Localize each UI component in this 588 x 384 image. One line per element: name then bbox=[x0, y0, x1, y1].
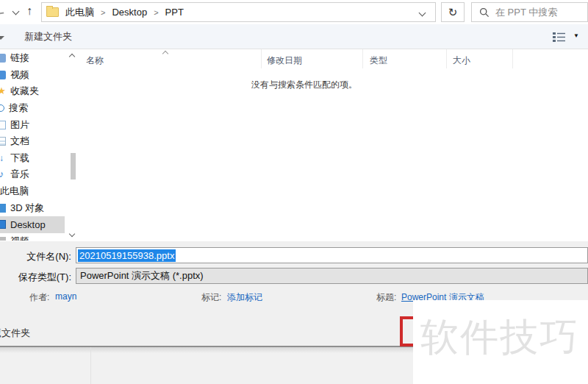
search-input[interactable]: 在 PPT 中搜索 bbox=[495, 6, 557, 19]
author-value[interactable]: mayn bbox=[55, 291, 76, 302]
refresh-button[interactable]: ↻ bbox=[441, 2, 465, 22]
sidebar-item-label: 此电脑 bbox=[0, 185, 29, 198]
sidebar-item-label: 搜索 bbox=[9, 102, 28, 115]
sidebar-item-label: 链接 bbox=[10, 51, 29, 65]
save-type-dropdown[interactable]: PowerPoint 演示文稿 (*.pptx) bbox=[76, 268, 588, 284]
column-header-type[interactable]: 类型 bbox=[370, 54, 387, 67]
view-options-icon[interactable] bbox=[553, 32, 565, 45]
column-divider bbox=[446, 49, 447, 68]
sidebar-item-label: 视频 bbox=[10, 68, 29, 82]
document-icon bbox=[0, 137, 6, 146]
column-header-size[interactable]: 大小 bbox=[453, 54, 470, 67]
save-type-value: PowerPoint 演示文稿 (*.pptx) bbox=[80, 269, 204, 282]
sidebar-item-label: 音乐 bbox=[10, 168, 29, 181]
refresh-icon: ↻ bbox=[448, 6, 458, 19]
folder-icon bbox=[0, 237, 6, 241]
column-header-date-modified[interactable]: 修改日期 bbox=[267, 54, 302, 67]
music-note-icon bbox=[0, 170, 6, 179]
search-folder-icon bbox=[0, 104, 4, 112]
breadcrumb-desktop[interactable]: Desktop bbox=[112, 7, 147, 18]
recent-locations-chevron-icon[interactable] bbox=[12, 8, 20, 15]
watermark-text: 软件技巧 bbox=[420, 312, 579, 363]
navigation-bar: ↑ 此电脑 > Desktop > PPT ↻ 在 PPT 中搜索 bbox=[0, 0, 588, 24]
video-icon bbox=[0, 71, 6, 79]
new-folder-button[interactable]: 新建文件夹 bbox=[24, 24, 72, 49]
up-arrow-icon[interactable]: ↑ bbox=[26, 4, 32, 18]
cube-icon bbox=[0, 204, 6, 213]
scroll-up-icon[interactable] bbox=[69, 54, 75, 60]
breadcrumb-separator: > bbox=[154, 8, 158, 17]
sidebar-item-label: 3D 对象 bbox=[10, 202, 44, 215]
download-icon bbox=[0, 154, 6, 163]
breadcrumb-this-pc[interactable]: 此电脑 bbox=[65, 6, 94, 19]
monitor-icon bbox=[0, 220, 6, 229]
sidebar-item-label: 视频 bbox=[10, 235, 29, 241]
column-divider bbox=[362, 49, 363, 68]
breadcrumb-ppt[interactable]: PPT bbox=[165, 7, 184, 18]
column-header-name[interactable]: 名称 bbox=[86, 54, 104, 67]
scroll-down-icon[interactable] bbox=[69, 231, 75, 237]
sidebar-item-label: 收藏夹 bbox=[10, 85, 39, 98]
picture-icon bbox=[0, 121, 6, 129]
search-icon bbox=[479, 7, 490, 18]
file-name-selected-text: 20210519155938.pptx bbox=[78, 249, 176, 262]
organize-partial-icon[interactable] bbox=[0, 36, 4, 40]
watermark-overlay: 软件技巧 bbox=[413, 300, 588, 384]
search-box[interactable]: 在 PPT 中搜索 bbox=[471, 2, 588, 22]
title-label: 标题: bbox=[376, 291, 396, 304]
sidebar-item-label: 图片 bbox=[10, 118, 29, 132]
author-label: 作者: bbox=[29, 291, 49, 304]
empty-search-message: 没有与搜索条件匹配的项。 bbox=[79, 79, 529, 91]
scrollbar-thumb[interactable] bbox=[71, 153, 76, 179]
sidebar-scrollbar[interactable] bbox=[67, 50, 79, 241]
save-type-label: 保存类型(T): bbox=[0, 271, 71, 284]
tags-label: 标记: bbox=[201, 291, 221, 304]
file-name-input[interactable]: 20210519155938.pptx bbox=[76, 247, 588, 263]
background-divider bbox=[90, 347, 91, 384]
sidebar-item-label: 文档 bbox=[10, 135, 29, 148]
folder-icon bbox=[46, 7, 59, 17]
breadcrumb-separator: > bbox=[101, 8, 105, 17]
view-options-chevron-icon[interactable]: ▼ bbox=[573, 32, 579, 39]
address-bar[interactable]: 此电脑 > Desktop > PPT bbox=[41, 2, 436, 22]
sort-ascending-icon bbox=[162, 51, 168, 57]
file-name-label: 文件名(N): bbox=[0, 250, 71, 263]
column-divider bbox=[512, 49, 513, 68]
back-button-partial-icon[interactable] bbox=[0, 10, 4, 14]
star-icon bbox=[0, 87, 6, 96]
hide-folders-button[interactable]: 隐藏文件夹 bbox=[0, 327, 30, 340]
add-tag-link[interactable]: 添加标记 bbox=[227, 291, 262, 304]
address-dropdown-chevron-icon[interactable] bbox=[419, 10, 426, 17]
link-icon bbox=[0, 54, 6, 63]
toolbar: 新建文件夹 ▼ bbox=[0, 24, 588, 49]
sidebar-item-desktop[interactable]: Desktop bbox=[0, 216, 65, 233]
sidebar-item-label: Desktop bbox=[10, 219, 46, 230]
sidebar-item-label: 下载 bbox=[10, 152, 29, 165]
column-divider bbox=[261, 49, 262, 68]
